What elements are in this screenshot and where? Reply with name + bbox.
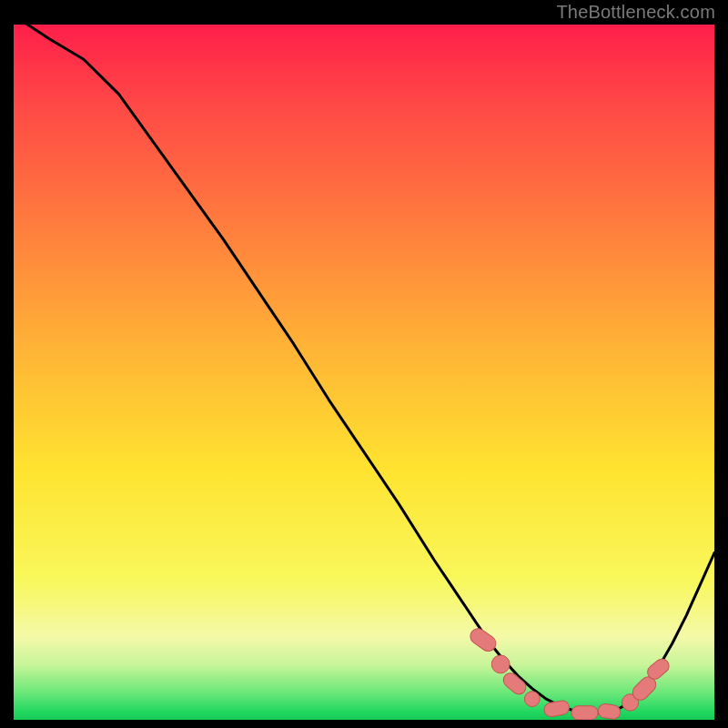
curve-marker-pill [571, 706, 598, 720]
bottleneck-curve-svg [14, 25, 714, 720]
curve-marker-dot [491, 655, 510, 673]
curve-marker-pill [597, 703, 622, 720]
curve-group [14, 25, 714, 713]
curve-marker-dot [524, 692, 540, 707]
curve-marker-pill [543, 700, 571, 718]
curve-marker-pill [500, 671, 529, 697]
outer-frame: TheBottleneck.com [0, 0, 728, 728]
chart-plot-area [14, 25, 714, 720]
bottleneck-curve-path [14, 25, 714, 713]
marker-group [468, 625, 672, 720]
watermark-label: TheBottleneck.com [556, 2, 715, 23]
